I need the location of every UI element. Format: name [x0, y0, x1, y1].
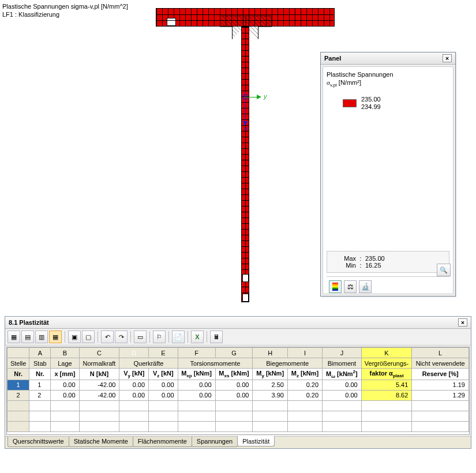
toolbar-excel-button[interactable]: X — [191, 331, 204, 343]
toolbar-grid1-button[interactable]: ▦ — [8, 331, 20, 343]
results-grid[interactable]: A B C D E F G H I J K L Stelle Stab Lage — [6, 347, 470, 435]
tab-querschnittswerte[interactable]: Querschnittswerte — [8, 437, 69, 447]
col-Vy: Vy [kN] — [119, 369, 149, 380]
table-row-empty — [8, 411, 469, 421]
legend-value-bottom: 234.99 — [361, 103, 381, 111]
col-My: My [kNm] — [253, 369, 288, 380]
stat-min-label: Min — [333, 262, 356, 269]
stat-max-label: Max — [333, 255, 356, 262]
flange — [156, 8, 335, 27]
results-panel: 8.1 Plastizität × ▦ ▤ ▥ ▦ ▣ ▢ ↶ ↷ ▭ ⚐ 📄 … — [5, 316, 471, 449]
panel-subtitle-line2: σv,pl [N/mm²] — [327, 78, 449, 89]
mesh-highlight-cell — [242, 294, 249, 302]
panel-subtitle-line1: Plastische Spannungen — [327, 70, 449, 78]
col-Mxs: Mxs [kNm] — [215, 369, 253, 380]
legend-swatch — [343, 99, 357, 107]
delete-icon: ▢ — [85, 333, 91, 341]
toolbar-delete-button[interactable]: ▢ — [82, 331, 95, 343]
undo-icon: ↶ — [105, 333, 110, 341]
color-scale-icon — [332, 283, 338, 291]
panel-toolbar: ⚖ 🔬 — [327, 276, 449, 294]
col-Vz: Vz [kN] — [149, 369, 178, 380]
toolbar-insert-button[interactable]: ▣ — [68, 331, 81, 343]
toolbar-note-button[interactable]: 📄 — [172, 331, 185, 343]
panel-close-button[interactable]: × — [443, 54, 452, 62]
tab-statische-momente[interactable]: Statische Momente — [69, 437, 133, 447]
col-alpha: faktor αplast — [361, 369, 412, 380]
toolbar-separator — [168, 331, 169, 343]
table-row[interactable]: 1 1 0.00 -42.00 0.00 0.00 0.00 0.00 2.50… — [8, 380, 469, 390]
grid-icon: ▥ — [39, 333, 44, 341]
redo-icon: ↷ — [119, 333, 124, 341]
tab-plastizitaet[interactable]: Plastizität — [237, 436, 275, 446]
view-icon: ▭ — [137, 333, 143, 341]
grid-icon: ▦ — [11, 333, 17, 341]
panel-title: Panel — [324, 55, 341, 62]
results-close-button[interactable]: × — [458, 318, 467, 326]
legend-panel: Panel × Plastische Spannungen σv,pl [N/m… — [320, 52, 456, 296]
toolbar-grid2-button[interactable]: ▤ — [21, 331, 34, 343]
y-axis-label: y — [264, 93, 267, 100]
color-legend: 235.00 234.99 — [343, 96, 449, 111]
grid-icon: ▤ — [25, 333, 31, 341]
toolbar-separator — [188, 331, 188, 343]
mesh-highlight-cell — [167, 18, 176, 26]
toolbar-flag-button[interactable]: ⚐ — [153, 331, 166, 343]
tab-spannungen[interactable]: Spannungen — [192, 437, 238, 447]
col-Mz: Mz [kNm] — [287, 369, 322, 380]
zoom-button[interactable]: 🔍 — [437, 264, 451, 276]
balance-button[interactable]: ⚖ — [344, 280, 357, 293]
toolbar-grid3-button[interactable]: ▥ — [35, 331, 48, 343]
table-row-empty — [8, 400, 469, 411]
col-Mw: Mω [kNm2] — [323, 369, 362, 380]
web — [241, 27, 249, 302]
results-tabs: Querschnittswerte Statische Momente Fläc… — [5, 436, 471, 448]
excel-icon: X — [195, 333, 199, 340]
panel-subtitle: Plastische Spannungen σv,pl [N/mm²] — [327, 70, 449, 89]
column-group-row: Stelle Stab Lage Normalkraft Querkräfte … — [8, 358, 469, 369]
table-row[interactable]: 2 2 0.00 -42.00 0.00 0.00 0.00 0.00 3.90… — [8, 390, 469, 400]
toolbar-separator — [130, 331, 131, 343]
stat-max-value: 235.00 — [365, 255, 385, 262]
toolbar-separator — [65, 331, 65, 343]
mesh-highlight-cell — [242, 274, 249, 282]
toolbar-redo-button[interactable]: ↷ — [115, 331, 128, 343]
toolbar-grid4-button[interactable]: ▦ — [49, 331, 62, 343]
results-toolbar: ▦ ▤ ▥ ▦ ▣ ▢ ↶ ↷ ▭ ⚐ 📄 X 🖩 — [5, 329, 471, 346]
insert-icon: ▣ — [72, 333, 77, 341]
note-icon: 📄 — [174, 333, 182, 341]
hatch-region — [246, 16, 272, 27]
stat-min-value: 16.25 — [365, 262, 381, 269]
microscope-button[interactable]: 🔬 — [359, 280, 372, 293]
toolbar-view-button[interactable]: ▭ — [134, 331, 147, 343]
hatch-region — [220, 16, 246, 27]
calculator-icon: 🖩 — [213, 333, 220, 340]
balance-icon: ⚖ — [347, 283, 354, 291]
shear-center-icon: ✕ — [242, 126, 249, 132]
tab-flaechenmomente[interactable]: Flächenmomente — [133, 437, 192, 447]
microscope-icon: 🔬 — [361, 283, 370, 291]
col-Mxp: Mxp [kNm] — [178, 369, 215, 380]
legend-value-top: 235.00 — [361, 96, 381, 103]
color-scale-button[interactable] — [329, 280, 342, 293]
results-title: 8.1 Plastizität — [9, 319, 49, 326]
column-letter-row: A B C D E F G H I J K L — [8, 348, 469, 358]
toolbar-separator — [207, 331, 207, 343]
toolbar-separator — [98, 331, 98, 343]
column-unit-row: Nr. Nr. x [mm] N [kN] Vy [kN] Vz [kN] Mx… — [8, 369, 469, 380]
table-row-empty — [8, 421, 469, 431]
origin-marker-icon — [243, 95, 248, 99]
grid-icon: ▦ — [53, 333, 58, 341]
toolbar-undo-button[interactable]: ↶ — [101, 331, 114, 343]
toolbar-separator — [149, 331, 150, 343]
panel-stats: Max : 235.00 Min : 16.25 — [327, 251, 449, 273]
flag-icon: ⚐ — [156, 333, 162, 341]
toolbar-calc-button[interactable]: 🖩 — [210, 331, 223, 343]
